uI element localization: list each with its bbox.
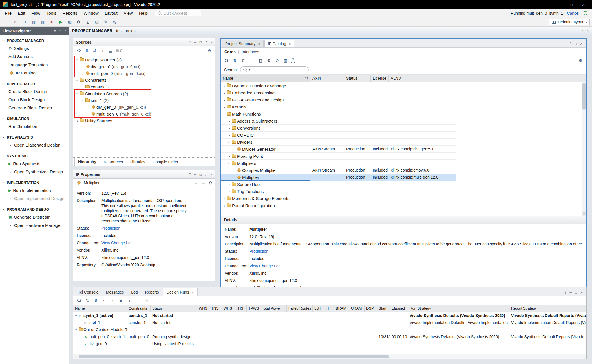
catalog-row[interactable]: ›CORDIC [221,132,456,139]
percent-icon[interactable]: % [143,298,150,304]
report-icon[interactable]: ▧ [65,19,74,26]
column-header-ff[interactable]: FF [324,305,334,312]
menu-view[interactable]: View [121,9,136,17]
step-forward-icon[interactable]: › [126,298,133,304]
tab-hierarchy[interactable]: Hierarchy [74,158,100,166]
collapse-all-icon[interactable]: ⇅ [231,57,238,64]
close-icon[interactable]: × [582,2,585,7]
expander-icon[interactable]: › [87,105,90,109]
tab-log[interactable]: Log [127,288,141,296]
subtab-interfaces[interactable]: Interfaces [242,50,259,54]
tab-ip-sources[interactable]: IP Sources [100,158,127,166]
tab-reports[interactable]: Reports [142,288,163,296]
forward-icon[interactable]: → [201,181,205,185]
catalog-row[interactable]: ›Partial Reconfiguration [221,202,456,209]
minimize-icon[interactable]: ─ [194,40,196,44]
maximize-icon[interactable]: □ [575,42,577,46]
fn-item-ip-catalog[interactable]: IP Catalog [0,69,69,77]
column-header-vlnv[interactable]: VLNV [389,75,456,82]
expander-icon[interactable]: › [227,154,231,158]
column-header-wns[interactable]: WNS [197,305,209,312]
fn-item-open-implemented-design[interactable]: ›Open Implemented Design [0,194,69,203]
info-icon[interactable]: i [291,58,295,63]
float-icon[interactable]: ↗ [205,40,207,44]
expand-all-icon[interactable]: ⇵ [92,298,99,304]
catalog-row[interactable]: ›Conversions [221,125,456,132]
collapse-all-icon[interactable]: ⇅ [83,48,90,54]
column-header-uram[interactable]: URAM [349,305,365,312]
fn-item-open-hardware-manager[interactable]: ›Open Hardware Manager [0,221,69,229]
play-icon[interactable]: ▶ [118,298,125,304]
tab-messages[interactable]: Messages [102,288,127,296]
chevron-right-icon[interactable]: › [8,223,12,227]
fn-item-open-synthesized-design[interactable]: ›Open Synthesized Design [0,168,69,176]
expander-icon[interactable]: › [81,71,85,76]
expander-icon[interactable]: › [76,119,79,123]
column-header-name[interactable]: Name^1 [221,75,310,82]
minimize-icon[interactable]: ─ [194,172,196,176]
field-value[interactable]: View Change Log [249,263,280,268]
scrollbar-thumb[interactable] [79,355,389,358]
float-icon[interactable]: ↗ [205,172,207,176]
float-icon[interactable]: ↗ [580,42,583,46]
maximize-icon[interactable]: □ [200,172,202,176]
menu-help[interactable]: Help [136,9,151,17]
tab-design-runs[interactable]: Design Runs× [163,288,198,296]
catalog-row[interactable]: ›Trig Functions [221,188,456,195]
horizontal-scrollbar[interactable]: ‹ › [73,354,586,359]
column-header-lut[interactable]: LUT [313,305,324,312]
column-header-tpws[interactable]: TPWS [247,305,260,312]
column-header-status[interactable]: Status [344,75,371,82]
float-icon[interactable]: ↗ [580,290,583,294]
cancel-button[interactable]: Cancel [567,11,579,15]
expander-icon[interactable]: › [227,140,231,144]
catalog-row[interactable]: ›Math Functions [221,110,456,117]
close-icon[interactable]: × [258,42,260,46]
tree-row[interactable]: ›sim_1(2) [73,97,215,104]
column-header-start[interactable]: Start [377,305,390,312]
back-icon[interactable]: ← [194,181,198,185]
expander-icon[interactable]: › [227,119,231,123]
catalog-row[interactable]: ›FPGA Features and Design [221,96,456,103]
catalog-row[interactable]: ›Kernels [221,103,456,110]
run-settings-icon[interactable]: ◧ [257,57,264,64]
fn-section-header[interactable]: ›SYNTHESIS [0,152,69,159]
expander-icon[interactable]: › [227,126,231,130]
field-value[interactable]: Production [101,226,120,231]
tab-tcl-console[interactable]: Tcl Console [74,288,102,296]
redo-icon[interactable]: ↷ [20,19,29,26]
fn-item-open-elaborated-design[interactable]: ›Open Elaborated Design [0,141,69,149]
help-icon[interactable]: ? [189,40,191,44]
fn-section-header[interactable]: ›RTL ANALYSIS [0,134,69,141]
fn-item-run-simulation[interactable]: Run Simulation [0,122,69,130]
add-icon[interactable]: + [135,298,142,304]
expander-icon[interactable]: › [222,98,226,102]
fn-item-run-synthesis[interactable]: ▶Run Synthesis [0,159,69,168]
edit-icon[interactable]: ✎ [101,19,110,26]
quick-access-search[interactable]: Quick Access [155,10,201,16]
expander-icon[interactable]: › [227,161,231,165]
catalog-row[interactable]: Divider GeneratorAXI4-StreamProductionIn… [221,146,456,153]
tab-compile-order[interactable]: Compile Order [149,158,182,166]
tree-row[interactable]: ›mult_gen_0(mult_gen_0.xci) [73,70,215,77]
maximize-icon[interactable]: □ [570,2,573,7]
catalog-row[interactable]: ›Embedded Processing [221,89,456,96]
subtab-cores[interactable]: Cores [224,50,236,54]
copy-icon[interactable]: ▦ [29,19,38,26]
close-icon[interactable]: × [211,40,213,44]
help-icon[interactable]: ? [189,172,191,176]
search-icon[interactable] [223,57,230,64]
catalog-row[interactable]: Complex MultiplierAXI4-StreamProductionI… [221,167,456,174]
fn-item-open-block-design[interactable]: Open Block Design [0,96,69,104]
sum-report-icon[interactable]: Σ [83,19,92,26]
chevron-down-icon[interactable]: › [2,136,6,139]
search-icon[interactable] [76,298,82,304]
catalog-row[interactable]: ›Multipliers [221,160,456,167]
chevron-down-icon[interactable]: › [2,117,6,121]
column-header-license[interactable]: License [371,75,389,82]
debug-icon[interactable]: ◎ [111,19,119,26]
column-header-tns[interactable]: TNS [209,305,222,312]
expander-icon[interactable]: › [227,189,231,194]
run-icon[interactable]: ▶ [56,19,65,26]
menu-layout[interactable]: Layout [102,9,121,17]
